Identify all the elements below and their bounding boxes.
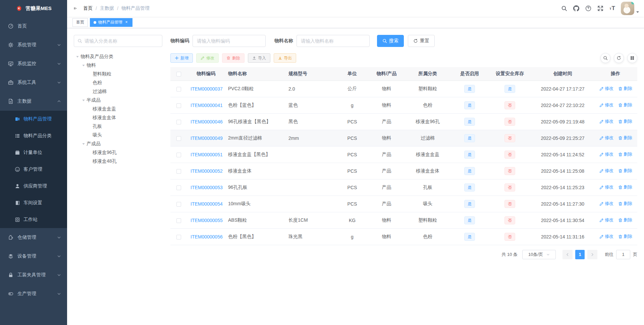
help-icon[interactable] bbox=[585, 5, 591, 11]
row-checkbox[interactable] bbox=[176, 136, 181, 141]
sidebar-item-warehouse-mgmt[interactable]: 仓储管理 bbox=[0, 228, 67, 247]
sidebar-item-system-tools[interactable]: 系统工具 bbox=[0, 73, 67, 92]
row-checkbox[interactable] bbox=[176, 169, 181, 174]
sidebar-item-fixture-mgmt[interactable]: 工装夹具管理 bbox=[0, 266, 67, 284]
sidebar-subitem-material-product-mgmt[interactable]: 物料产品管理 bbox=[0, 111, 67, 127]
fullscreen-icon[interactable] bbox=[597, 5, 603, 11]
delete-link[interactable]: 删除 bbox=[618, 168, 632, 174]
edit-link[interactable]: 修改 bbox=[599, 102, 613, 108]
edit-link[interactable]: 修改 bbox=[599, 201, 613, 207]
category-search-input[interactable] bbox=[85, 38, 159, 44]
item-code-link[interactable]: ITEM00000051 bbox=[191, 152, 223, 157]
tree-node[interactable]: 移液盒96孔 bbox=[74, 148, 162, 157]
delete-link[interactable]: 删除 bbox=[618, 135, 632, 141]
refresh-table-button[interactable] bbox=[614, 53, 624, 63]
edit-link[interactable]: 修改 bbox=[599, 135, 613, 141]
sidebar-item-production-mgmt[interactable]: 生产管理 bbox=[0, 284, 67, 303]
user-menu[interactable] bbox=[621, 2, 639, 15]
edit-link[interactable]: 修改 bbox=[599, 86, 613, 92]
delete-link[interactable]: 删除 bbox=[618, 86, 632, 92]
item-code-link[interactable]: ITEM00000041 bbox=[191, 103, 223, 108]
material-name-input[interactable] bbox=[297, 35, 370, 47]
sidebar-subitem-measure-unit[interactable]: 计量单位 bbox=[0, 144, 67, 161]
delete-link[interactable]: 删除 bbox=[618, 102, 632, 108]
item-code-link[interactable]: ITEM00000046 bbox=[191, 119, 223, 124]
search-icon[interactable] bbox=[561, 5, 567, 11]
tree-node[interactable]: 色粉 bbox=[74, 78, 162, 87]
row-checkbox[interactable] bbox=[176, 185, 181, 190]
search-button[interactable]: 搜索 bbox=[377, 35, 404, 47]
edit-link[interactable]: 修改 bbox=[599, 168, 613, 174]
edit-link[interactable]: 修改 bbox=[599, 151, 613, 157]
delete-button[interactable]: 删除 bbox=[222, 53, 245, 63]
sidebar-item-system-mgmt[interactable]: 系统管理 bbox=[0, 36, 67, 54]
tree-node[interactable]: 吸头 bbox=[74, 131, 162, 140]
sidebar-item-equipment-mgmt[interactable]: 设备管理 bbox=[0, 247, 67, 266]
item-code-link[interactable]: ITEM00000055 bbox=[191, 218, 223, 223]
sidebar-subitem-workshop-settings[interactable]: 车间设置 bbox=[0, 195, 67, 211]
page-size-select[interactable]: 10条/页 bbox=[522, 250, 556, 259]
tree-node[interactable]: 过滤棉 bbox=[74, 87, 162, 96]
font-size-icon[interactable]: тT bbox=[606, 0, 618, 17]
delete-link[interactable]: 删除 bbox=[618, 118, 632, 124]
sidebar-subitem-material-product-category[interactable]: 物料产品分类 bbox=[0, 127, 67, 144]
tab-home[interactable]: 首页 bbox=[72, 18, 88, 27]
close-tab-icon[interactable]: × bbox=[124, 20, 129, 25]
next-page-button[interactable] bbox=[587, 250, 597, 259]
delete-link[interactable]: 删除 bbox=[618, 184, 632, 190]
row-checkbox[interactable] bbox=[176, 120, 181, 124]
reset-button[interactable]: 重置 bbox=[408, 35, 435, 47]
delete-link[interactable]: 删除 bbox=[618, 217, 632, 223]
edit-link[interactable]: 修改 bbox=[599, 217, 613, 223]
row-checkbox[interactable] bbox=[176, 103, 181, 108]
edit-link[interactable]: 修改 bbox=[599, 184, 613, 190]
tree-node[interactable]: 移液盒盒体 bbox=[74, 113, 162, 122]
item-code-link[interactable]: ITEM00000037 bbox=[191, 86, 223, 92]
edit-link[interactable]: 修改 bbox=[599, 118, 613, 124]
item-code-link[interactable]: ITEM00000056 bbox=[191, 234, 223, 239]
tree-node[interactable]: 塑料颗粒 bbox=[74, 70, 162, 78]
add-button[interactable]: 新增 bbox=[170, 53, 193, 63]
sidebar-item-home[interactable]: 首页 bbox=[0, 17, 67, 36]
import-button[interactable]: 导入 bbox=[248, 53, 270, 63]
goto-page-input[interactable] bbox=[616, 250, 630, 259]
sidebar-subitem-supplier-mgmt[interactable]: 供应商管理 bbox=[0, 178, 67, 195]
export-button[interactable]: 导出 bbox=[274, 53, 296, 63]
prev-page-button[interactable] bbox=[562, 250, 573, 259]
sidebar-item-system-monitor[interactable]: 系统监控 bbox=[0, 54, 67, 73]
item-code-link[interactable]: ITEM00000053 bbox=[191, 185, 223, 190]
page-number-1[interactable]: 1 bbox=[575, 250, 585, 259]
tree-node[interactable]: 半成品 bbox=[74, 96, 162, 105]
select-all-checkbox[interactable] bbox=[176, 72, 181, 76]
delete-link[interactable]: 删除 bbox=[618, 233, 632, 239]
tree-node[interactable]: 孔板 bbox=[74, 122, 162, 131]
tree-node[interactable]: 移液盒48孔 bbox=[74, 157, 162, 166]
github-icon[interactable] bbox=[573, 5, 579, 11]
tree-node[interactable]: 移液盒盒盖 bbox=[74, 105, 162, 113]
row-checkbox[interactable] bbox=[176, 202, 181, 207]
breadcrumb-home[interactable]: 首页 bbox=[83, 5, 93, 11]
sidebar-item-master-data[interactable]: 主数据 bbox=[0, 92, 67, 111]
column-settings-button[interactable] bbox=[627, 53, 637, 63]
tree-node[interactable]: 物料 bbox=[74, 61, 162, 70]
item-code-link[interactable]: ITEM00000052 bbox=[191, 168, 223, 174]
toggle-search-button[interactable] bbox=[600, 53, 610, 63]
tree-node[interactable]: 物料及产品分类 bbox=[74, 52, 162, 61]
delete-link[interactable]: 删除 bbox=[618, 201, 632, 207]
row-checkbox[interactable] bbox=[176, 87, 181, 92]
avatar[interactable] bbox=[621, 2, 634, 15]
row-checkbox[interactable] bbox=[176, 235, 181, 239]
edit-link[interactable]: 修改 bbox=[599, 233, 613, 239]
item-code-link[interactable]: ITEM00000049 bbox=[191, 136, 223, 141]
sidebar-subitem-workstation[interactable]: 工作站 bbox=[0, 211, 67, 228]
hamburger-icon[interactable] bbox=[72, 5, 78, 12]
tree-node[interactable]: 产成品 bbox=[74, 140, 162, 148]
row-checkbox[interactable] bbox=[176, 218, 181, 223]
material-code-input[interactable] bbox=[193, 35, 266, 47]
tab-material-product-mgmt[interactable]: 物料产品管理 × bbox=[90, 18, 132, 27]
item-code-link[interactable]: ITEM00000054 bbox=[191, 201, 223, 207]
edit-button[interactable]: 修改 bbox=[196, 53, 219, 63]
sidebar-subitem-customer-mgmt[interactable]: 客户管理 bbox=[0, 161, 67, 178]
delete-link[interactable]: 删除 bbox=[618, 151, 632, 157]
row-checkbox[interactable] bbox=[176, 153, 181, 157]
